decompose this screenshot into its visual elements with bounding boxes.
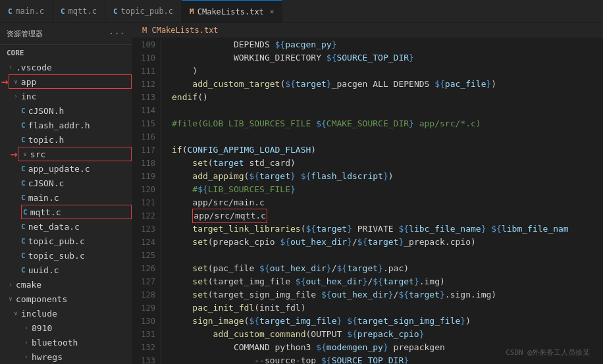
sidebar-item-topic-h[interactable]: C topic.h xyxy=(0,132,132,147)
sidebar-item-include-components[interactable]: ∨ include xyxy=(0,306,132,321)
main-layout: 资源管理器 ··· CORE › .vscode → ∨ app xyxy=(0,23,603,364)
tab-cmakelists[interactable]: M CMakeLists.txt ✕ xyxy=(182,0,282,23)
sidebar-item-label: 8910 xyxy=(32,323,52,333)
code-line-114 xyxy=(172,104,603,117)
sidebar-item-label: cJSON.c xyxy=(28,178,65,188)
code-line-115: #file(GLOB LIB_SOURCES_FILE ${CMAKE_SOUR… xyxy=(172,117,603,130)
sidebar-item-label: app_update.c xyxy=(28,164,90,174)
code-line-123: target_link_libraries(${target} PRIVATE … xyxy=(172,222,603,236)
expand-arrow-icon: ∨ xyxy=(11,310,21,317)
code-line-119: add_appimg(${target} ${flash_ldscript}) xyxy=(172,170,603,183)
sidebar-content: CORE › .vscode → ∨ app › inc xyxy=(0,45,132,364)
code-line-131: add_custom_command(OUTPUT ${prepack_cpio… xyxy=(172,328,603,341)
expand-arrow-icon: › xyxy=(11,93,21,99)
code-line-120: #${LIB_SOURCES_FILE} xyxy=(172,183,603,196)
c-file-icon: C xyxy=(21,222,26,231)
sidebar-item-label: src xyxy=(30,149,45,159)
code-line-122: app/src/mqtt.c xyxy=(172,209,603,222)
c-icon: C xyxy=(8,7,13,16)
sidebar-item-label: .vscode xyxy=(16,63,52,72)
sidebar-item-hwregs[interactable]: › hwregs xyxy=(0,350,132,364)
c-file-icon: C xyxy=(21,136,26,144)
expand-arrow-icon: ∨ xyxy=(5,296,16,302)
sidebar-item-main-c[interactable]: C main.c xyxy=(0,190,132,205)
red-arrow-app-icon: → xyxy=(1,74,9,89)
close-icon[interactable]: ✕ xyxy=(270,7,275,16)
tab-mqtt-c[interactable]: C mqtt.c xyxy=(53,0,105,23)
code-line-112: add_custom_target(${target}_pacgen ALL D… xyxy=(172,78,603,91)
tab-label: CMakeLists.txt xyxy=(197,7,264,16)
code-line-117: if(CONFIG_APPIMG_LOAD_FLASH) xyxy=(172,143,603,157)
editor-filename-bar: M CMakeLists.txt xyxy=(132,23,603,38)
code-line-109: DEPENDS ${pacgen_py} xyxy=(172,38,603,51)
sidebar-item-label: inc xyxy=(21,91,36,101)
sidebar-dots[interactable]: ··· xyxy=(109,28,125,39)
sidebar-item-cmake[interactable]: › cmake xyxy=(0,277,132,292)
tab-topic-pub-c[interactable]: C topic_pub.c xyxy=(105,0,182,23)
sidebar-header: 资源管理器 ··· xyxy=(0,23,132,45)
sidebar-item-8910[interactable]: › 8910 xyxy=(0,321,132,335)
sidebar-item-cjson-h[interactable]: C cJSON.h xyxy=(0,103,132,118)
c-file-icon: C xyxy=(21,179,26,188)
sidebar-item-app[interactable]: ∨ app xyxy=(9,74,132,89)
sidebar-item-uuid-c[interactable]: C uuid.c xyxy=(0,263,132,277)
sidebar-item-app-update-c[interactable]: C app_update.c xyxy=(0,161,132,176)
sidebar-item-label: topic.h xyxy=(28,135,65,145)
expand-arrow-icon: ∨ xyxy=(20,151,30,157)
c-file-icon: C xyxy=(21,121,26,130)
c-file-icon: C xyxy=(21,165,26,173)
code-line-132: COMMAND python3 ${modemgen_py} prepackge… xyxy=(172,341,603,354)
code-line-128: set(target_sign_img_file ${out_hex_dir}/… xyxy=(172,288,603,301)
sidebar-item-topic-pub-c[interactable]: C topic_pub.c xyxy=(0,234,132,248)
sidebar-item-vscode[interactable]: › .vscode xyxy=(0,60,132,74)
sidebar-item-label: topic_sub.c xyxy=(28,251,85,261)
code-line-116 xyxy=(172,130,603,143)
sidebar-item-label: main.c xyxy=(28,193,59,203)
c-icon: C xyxy=(61,7,65,16)
code-line-133: --source-top ${SOURCE_TOP_DIR} xyxy=(172,354,603,364)
highlighted-code-box: app/src/mqtt.c xyxy=(192,209,267,223)
sidebar-item-app-row: → ∨ app xyxy=(0,74,132,89)
expand-arrow-icon: › xyxy=(5,281,16,288)
sidebar-item-mqtt-c-row: C mqtt.c xyxy=(0,205,132,219)
red-arrow-src-icon: → xyxy=(11,147,18,161)
editor-filename: M CMakeLists.txt xyxy=(142,26,219,35)
sidebar-item-label: uuid.c xyxy=(28,265,59,275)
sidebar-item-topic-sub-c[interactable]: C topic_sub.c xyxy=(0,248,132,263)
sidebar-item-label: cmake xyxy=(16,280,41,290)
expand-arrow-icon: › xyxy=(21,339,32,346)
code-line-118: set(target std_card) xyxy=(172,157,603,170)
code-line-111: ) xyxy=(172,65,603,78)
tab-bar: C main.c C mqtt.c C topic_pub.c M CMakeL… xyxy=(0,0,603,23)
code-line-129: pac_init_fdl(init_fdl) xyxy=(172,301,603,315)
sidebar-item-label: include xyxy=(21,309,57,319)
tab-main-c[interactable]: C main.c xyxy=(0,0,53,23)
tab-label: topic_pub.c xyxy=(121,7,173,16)
sidebar-item-net-data-c[interactable]: C net_data.c xyxy=(0,219,132,234)
c-file-icon: C xyxy=(21,194,26,202)
sidebar-item-src[interactable]: ∨ src xyxy=(18,147,132,161)
editor-content: 109 110 111 112 113 114 115 116 117 118 … xyxy=(132,38,603,364)
code-line-110: WORKING_DIRECTORY ${SOURCE_TOP_DIR} xyxy=(172,51,603,65)
sidebar-root-label: CORE xyxy=(0,45,132,60)
sidebar-item-cjson-c[interactable]: C cJSON.c xyxy=(0,176,132,190)
tab-label: main.c xyxy=(16,7,44,16)
sidebar-item-label: cJSON.h xyxy=(28,106,65,116)
sidebar-item-components[interactable]: ∨ components xyxy=(0,292,132,306)
sidebar-title: 资源管理器 xyxy=(7,29,43,39)
code-line-124: set(prepack_cpio ${out_hex_dir}/${target… xyxy=(172,236,603,249)
sidebar-item-flash-addr-h[interactable]: C flash_addr.h xyxy=(0,118,132,132)
sidebar-item-inc[interactable]: › inc xyxy=(0,89,132,103)
sidebar-item-src-row: → ∨ src xyxy=(0,147,132,161)
expand-arrow-icon: › xyxy=(5,64,16,70)
c-file-icon: C xyxy=(21,107,26,115)
line-numbers: 109 110 111 112 113 114 115 116 117 118 … xyxy=(132,38,161,364)
sidebar-item-bluetooth[interactable]: › bluetooth xyxy=(0,335,132,350)
sidebar-item-label: components xyxy=(16,294,67,304)
code-line-121: app/src/main.c xyxy=(172,196,603,209)
c-file-icon: C xyxy=(21,251,26,260)
code-editor[interactable]: DEPENDS ${pacgen_py} WORKING_DIRECTORY $… xyxy=(161,38,603,364)
sidebar-item-mqtt-c[interactable]: C mqtt.c xyxy=(21,205,132,219)
sidebar-item-label: net_data.c xyxy=(28,222,80,232)
m-icon: M xyxy=(190,7,194,16)
